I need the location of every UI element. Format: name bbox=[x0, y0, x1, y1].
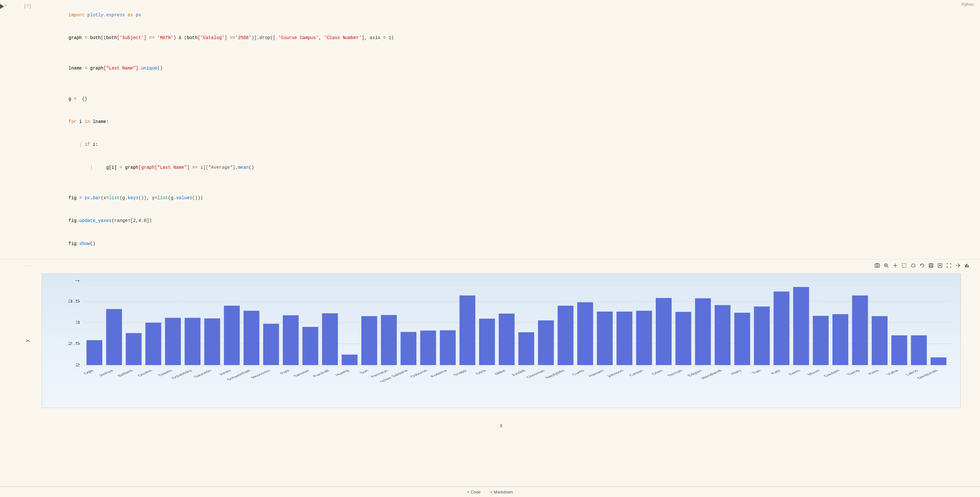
lib-plotly: plotly.express bbox=[88, 13, 125, 18]
bar-wendlandt bbox=[715, 305, 730, 365]
code-line-13: fig.show() bbox=[41, 233, 974, 255]
bar-parshall bbox=[322, 314, 338, 365]
svg-rect-10 bbox=[930, 264, 932, 265]
chart-area: 4 3.5 3 2.5 2 bbox=[64, 280, 951, 382]
svg-text:Tseng: Tseng bbox=[846, 369, 861, 376]
bar-penneys bbox=[381, 315, 396, 365]
run-icon[interactable] bbox=[0, 4, 4, 9]
svg-text:Lakos: Lakos bbox=[904, 369, 920, 376]
svg-text:Tian: Tian bbox=[750, 369, 762, 375]
bar-derdzinski bbox=[931, 357, 947, 365]
output-cell: ... bbox=[0, 260, 980, 487]
output-number: ... bbox=[24, 263, 31, 268]
fullscreen-icon[interactable] bbox=[945, 262, 953, 269]
cell-gutter: [7] bbox=[10, 3, 35, 256]
code-line-8: │ if i: bbox=[41, 134, 974, 156]
bar-sun bbox=[361, 316, 377, 365]
output-run-area bbox=[0, 260, 10, 486]
output-gutter: ... bbox=[10, 260, 35, 486]
bar-tian bbox=[754, 306, 770, 365]
bar-findell bbox=[519, 332, 534, 365]
bar-vutha bbox=[891, 336, 907, 365]
x-axis-label: x bbox=[500, 423, 503, 429]
bar-moscovici bbox=[263, 324, 279, 365]
bar-chen bbox=[656, 298, 671, 365]
bar-hiary bbox=[734, 313, 750, 365]
svg-text:3: 3 bbox=[75, 320, 80, 325]
svg-text:Hansen: Hansen bbox=[587, 369, 605, 377]
add-markdown-button[interactable]: + Markdown bbox=[490, 490, 513, 494]
svg-text:Snapp: Snapp bbox=[452, 369, 468, 376]
undo-icon[interactable] bbox=[918, 262, 926, 269]
resize-icon[interactable] bbox=[955, 262, 961, 269]
svg-text:Saucedo: Saucedo bbox=[192, 369, 213, 378]
select-box-icon[interactable] bbox=[900, 262, 908, 269]
svg-text:2.5: 2.5 bbox=[68, 342, 80, 346]
notebook: ▾ [7] import plotly.express as px graph … bbox=[0, 0, 980, 497]
bar-joshua bbox=[106, 309, 122, 365]
code-line-2: graph = both[(both['Subject'] == 'MATH')… bbox=[41, 27, 974, 49]
svg-text:Mixon: Mixon bbox=[806, 369, 821, 376]
bar-saucedo bbox=[204, 319, 220, 365]
plus-icon[interactable] bbox=[892, 262, 899, 269]
svg-rect-14 bbox=[967, 264, 967, 268]
code-line-4: lname = graph["Last Name"].unique() bbox=[41, 57, 974, 80]
cell-code-content[interactable]: import plotly.express as px graph = both… bbox=[35, 3, 980, 256]
bar-belfanti bbox=[126, 333, 142, 365]
svg-text:Parshall: Parshall bbox=[312, 369, 331, 378]
plotly-toolbar[interactable] bbox=[874, 262, 970, 269]
camera-icon[interactable] bbox=[874, 262, 881, 269]
code-line-3 bbox=[41, 49, 974, 57]
svg-text:Glick: Glick bbox=[474, 369, 488, 375]
bar-miller bbox=[499, 314, 514, 365]
svg-text:Cueto: Cueto bbox=[571, 369, 586, 376]
svg-text:Casian: Casian bbox=[628, 369, 644, 377]
code-line-5 bbox=[41, 80, 974, 88]
bar-glick bbox=[479, 319, 495, 365]
svg-text:Belfanti: Belfanti bbox=[116, 369, 134, 377]
svg-text:Johnson: Johnson bbox=[606, 369, 625, 378]
keyword-import: import bbox=[68, 13, 84, 18]
svg-text:Chen: Chen bbox=[650, 369, 664, 376]
svg-text:Gautam: Gautam bbox=[822, 369, 841, 378]
lasso-icon[interactable] bbox=[910, 262, 916, 269]
svg-text:Sun: Sun bbox=[358, 369, 370, 374]
bar-kiers bbox=[872, 316, 888, 365]
code-line-11: fig = px.bar(x=list(g.keys()), y=list(g.… bbox=[41, 187, 974, 209]
zoom-icon[interactable] bbox=[883, 262, 890, 269]
bar-katz bbox=[773, 292, 789, 365]
y-axis-label: y bbox=[24, 339, 30, 342]
svg-text:Ogle: Ogle bbox=[82, 369, 95, 375]
download-icon[interactable] bbox=[937, 262, 943, 269]
bar-jones bbox=[224, 306, 240, 365]
add-code-button[interactable]: + Code bbox=[467, 490, 480, 494]
svg-text:Golubitsky: Golubitsky bbox=[170, 369, 193, 379]
output-content: y x 4 3.5 3 bbox=[35, 260, 980, 486]
svg-text:Moscovici: Moscovici bbox=[250, 369, 272, 379]
run-button-area[interactable]: ▾ bbox=[0, 3, 10, 256]
svg-rect-13 bbox=[965, 265, 966, 268]
code-line-9: │ g[i] = graph[graph["Last Name"] == i][… bbox=[41, 156, 974, 179]
svg-text:Terman: Terman bbox=[666, 369, 684, 377]
bar-chart-icon[interactable] bbox=[963, 262, 970, 269]
svg-text:2: 2 bbox=[75, 363, 80, 367]
code-line-10 bbox=[41, 179, 974, 187]
svg-text:Park: Park bbox=[279, 369, 291, 375]
svg-text:Kiers: Kiers bbox=[867, 369, 880, 375]
code-line-12: fig.update_yaxes(range=[2,4.0]) bbox=[41, 210, 974, 233]
python-label: Python bbox=[962, 1, 974, 8]
save-icon[interactable] bbox=[928, 262, 935, 269]
bar-schweinhart bbox=[243, 311, 259, 365]
bar-huang bbox=[342, 355, 358, 365]
bar-edgren bbox=[695, 298, 711, 365]
svg-point-1 bbox=[876, 265, 878, 267]
bar-tanveer bbox=[302, 327, 318, 365]
svg-text:Katz: Katz bbox=[770, 369, 782, 375]
code-line-7: for i in lname: bbox=[41, 110, 974, 133]
svg-text:Onofrei: Onofrei bbox=[136, 369, 154, 377]
svg-text:Osborne: Osborne bbox=[409, 369, 429, 378]
bar-gautam bbox=[832, 314, 848, 365]
bar-lakos bbox=[911, 336, 927, 365]
bar-cueto bbox=[578, 302, 593, 365]
svg-text:Neofytidis: Neofytidis bbox=[544, 369, 566, 379]
